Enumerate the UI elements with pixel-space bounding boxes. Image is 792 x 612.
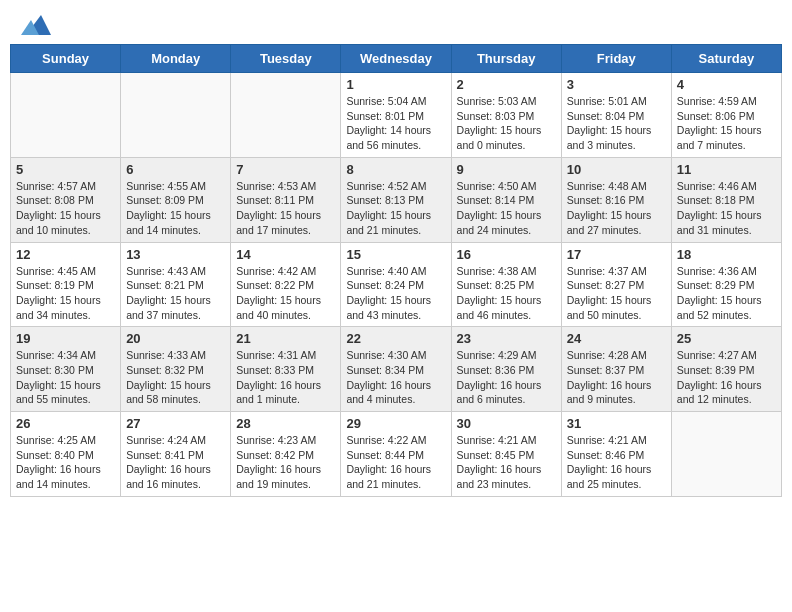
weekday-header-friday: Friday — [561, 45, 671, 73]
weekday-header-thursday: Thursday — [451, 45, 561, 73]
calendar-cell: 8Sunrise: 4:52 AM Sunset: 8:13 PM Daylig… — [341, 157, 451, 242]
day-number: 4 — [677, 77, 776, 92]
weekday-header-wednesday: Wednesday — [341, 45, 451, 73]
calendar-cell: 1Sunrise: 5:04 AM Sunset: 8:01 PM Daylig… — [341, 73, 451, 158]
calendar-cell: 24Sunrise: 4:28 AM Sunset: 8:37 PM Dayli… — [561, 327, 671, 412]
calendar-cell: 12Sunrise: 4:45 AM Sunset: 8:19 PM Dayli… — [11, 242, 121, 327]
day-number: 9 — [457, 162, 556, 177]
calendar-cell: 28Sunrise: 4:23 AM Sunset: 8:42 PM Dayli… — [231, 412, 341, 497]
day-info: Sunrise: 4:57 AM Sunset: 8:08 PM Dayligh… — [16, 179, 115, 238]
calendar-cell: 20Sunrise: 4:33 AM Sunset: 8:32 PM Dayli… — [121, 327, 231, 412]
calendar-cell: 11Sunrise: 4:46 AM Sunset: 8:18 PM Dayli… — [671, 157, 781, 242]
calendar-cell: 4Sunrise: 4:59 AM Sunset: 8:06 PM Daylig… — [671, 73, 781, 158]
calendar-cell: 29Sunrise: 4:22 AM Sunset: 8:44 PM Dayli… — [341, 412, 451, 497]
day-number: 1 — [346, 77, 445, 92]
day-info: Sunrise: 4:38 AM Sunset: 8:25 PM Dayligh… — [457, 264, 556, 323]
calendar-cell: 6Sunrise: 4:55 AM Sunset: 8:09 PM Daylig… — [121, 157, 231, 242]
day-number: 29 — [346, 416, 445, 431]
page-header — [10, 10, 782, 36]
day-number: 19 — [16, 331, 115, 346]
day-info: Sunrise: 4:21 AM Sunset: 8:46 PM Dayligh… — [567, 433, 666, 492]
day-number: 15 — [346, 247, 445, 262]
day-number: 13 — [126, 247, 225, 262]
calendar-cell: 13Sunrise: 4:43 AM Sunset: 8:21 PM Dayli… — [121, 242, 231, 327]
calendar-week-5: 26Sunrise: 4:25 AM Sunset: 8:40 PM Dayli… — [11, 412, 782, 497]
day-number: 2 — [457, 77, 556, 92]
day-number: 16 — [457, 247, 556, 262]
weekday-header-tuesday: Tuesday — [231, 45, 341, 73]
day-info: Sunrise: 4:55 AM Sunset: 8:09 PM Dayligh… — [126, 179, 225, 238]
calendar-cell — [671, 412, 781, 497]
calendar-cell: 16Sunrise: 4:38 AM Sunset: 8:25 PM Dayli… — [451, 242, 561, 327]
calendar-cell: 26Sunrise: 4:25 AM Sunset: 8:40 PM Dayli… — [11, 412, 121, 497]
day-number: 22 — [346, 331, 445, 346]
weekday-header-saturday: Saturday — [671, 45, 781, 73]
day-info: Sunrise: 4:29 AM Sunset: 8:36 PM Dayligh… — [457, 348, 556, 407]
calendar-week-4: 19Sunrise: 4:34 AM Sunset: 8:30 PM Dayli… — [11, 327, 782, 412]
calendar-cell — [231, 73, 341, 158]
day-info: Sunrise: 4:28 AM Sunset: 8:37 PM Dayligh… — [567, 348, 666, 407]
day-info: Sunrise: 4:27 AM Sunset: 8:39 PM Dayligh… — [677, 348, 776, 407]
calendar-cell: 10Sunrise: 4:48 AM Sunset: 8:16 PM Dayli… — [561, 157, 671, 242]
day-number: 10 — [567, 162, 666, 177]
calendar-cell: 23Sunrise: 4:29 AM Sunset: 8:36 PM Dayli… — [451, 327, 561, 412]
day-number: 23 — [457, 331, 556, 346]
calendar-cell: 25Sunrise: 4:27 AM Sunset: 8:39 PM Dayli… — [671, 327, 781, 412]
day-info: Sunrise: 4:30 AM Sunset: 8:34 PM Dayligh… — [346, 348, 445, 407]
day-number: 31 — [567, 416, 666, 431]
day-number: 12 — [16, 247, 115, 262]
day-number: 3 — [567, 77, 666, 92]
day-number: 25 — [677, 331, 776, 346]
day-info: Sunrise: 4:36 AM Sunset: 8:29 PM Dayligh… — [677, 264, 776, 323]
day-info: Sunrise: 4:24 AM Sunset: 8:41 PM Dayligh… — [126, 433, 225, 492]
day-number: 20 — [126, 331, 225, 346]
day-info: Sunrise: 4:33 AM Sunset: 8:32 PM Dayligh… — [126, 348, 225, 407]
calendar-cell: 30Sunrise: 4:21 AM Sunset: 8:45 PM Dayli… — [451, 412, 561, 497]
day-info: Sunrise: 4:52 AM Sunset: 8:13 PM Dayligh… — [346, 179, 445, 238]
day-info: Sunrise: 4:43 AM Sunset: 8:21 PM Dayligh… — [126, 264, 225, 323]
calendar-cell: 31Sunrise: 4:21 AM Sunset: 8:46 PM Dayli… — [561, 412, 671, 497]
day-number: 6 — [126, 162, 225, 177]
calendar-cell: 17Sunrise: 4:37 AM Sunset: 8:27 PM Dayli… — [561, 242, 671, 327]
day-number: 26 — [16, 416, 115, 431]
day-info: Sunrise: 4:25 AM Sunset: 8:40 PM Dayligh… — [16, 433, 115, 492]
day-info: Sunrise: 4:22 AM Sunset: 8:44 PM Dayligh… — [346, 433, 445, 492]
day-number: 5 — [16, 162, 115, 177]
calendar-cell: 2Sunrise: 5:03 AM Sunset: 8:03 PM Daylig… — [451, 73, 561, 158]
calendar-cell: 22Sunrise: 4:30 AM Sunset: 8:34 PM Dayli… — [341, 327, 451, 412]
calendar-cell — [121, 73, 231, 158]
day-number: 7 — [236, 162, 335, 177]
calendar-cell — [11, 73, 121, 158]
day-info: Sunrise: 5:03 AM Sunset: 8:03 PM Dayligh… — [457, 94, 556, 153]
day-number: 28 — [236, 416, 335, 431]
day-info: Sunrise: 4:21 AM Sunset: 8:45 PM Dayligh… — [457, 433, 556, 492]
calendar-cell: 5Sunrise: 4:57 AM Sunset: 8:08 PM Daylig… — [11, 157, 121, 242]
calendar-table: SundayMondayTuesdayWednesdayThursdayFrid… — [10, 44, 782, 497]
day-info: Sunrise: 4:42 AM Sunset: 8:22 PM Dayligh… — [236, 264, 335, 323]
day-number: 21 — [236, 331, 335, 346]
calendar-cell: 19Sunrise: 4:34 AM Sunset: 8:30 PM Dayli… — [11, 327, 121, 412]
day-info: Sunrise: 4:53 AM Sunset: 8:11 PM Dayligh… — [236, 179, 335, 238]
day-info: Sunrise: 4:31 AM Sunset: 8:33 PM Dayligh… — [236, 348, 335, 407]
day-number: 18 — [677, 247, 776, 262]
day-info: Sunrise: 4:37 AM Sunset: 8:27 PM Dayligh… — [567, 264, 666, 323]
day-info: Sunrise: 4:34 AM Sunset: 8:30 PM Dayligh… — [16, 348, 115, 407]
calendar-cell: 15Sunrise: 4:40 AM Sunset: 8:24 PM Dayli… — [341, 242, 451, 327]
weekday-header-monday: Monday — [121, 45, 231, 73]
calendar-cell: 14Sunrise: 4:42 AM Sunset: 8:22 PM Dayli… — [231, 242, 341, 327]
calendar-cell: 3Sunrise: 5:01 AM Sunset: 8:04 PM Daylig… — [561, 73, 671, 158]
day-number: 27 — [126, 416, 225, 431]
day-number: 24 — [567, 331, 666, 346]
day-info: Sunrise: 5:04 AM Sunset: 8:01 PM Dayligh… — [346, 94, 445, 153]
day-number: 30 — [457, 416, 556, 431]
calendar-cell: 21Sunrise: 4:31 AM Sunset: 8:33 PM Dayli… — [231, 327, 341, 412]
weekday-header-sunday: Sunday — [11, 45, 121, 73]
day-number: 14 — [236, 247, 335, 262]
calendar-week-2: 5Sunrise: 4:57 AM Sunset: 8:08 PM Daylig… — [11, 157, 782, 242]
day-number: 17 — [567, 247, 666, 262]
calendar-cell: 27Sunrise: 4:24 AM Sunset: 8:41 PM Dayli… — [121, 412, 231, 497]
calendar-week-3: 12Sunrise: 4:45 AM Sunset: 8:19 PM Dayli… — [11, 242, 782, 327]
day-info: Sunrise: 4:59 AM Sunset: 8:06 PM Dayligh… — [677, 94, 776, 153]
day-info: Sunrise: 4:50 AM Sunset: 8:14 PM Dayligh… — [457, 179, 556, 238]
calendar-week-1: 1Sunrise: 5:04 AM Sunset: 8:01 PM Daylig… — [11, 73, 782, 158]
